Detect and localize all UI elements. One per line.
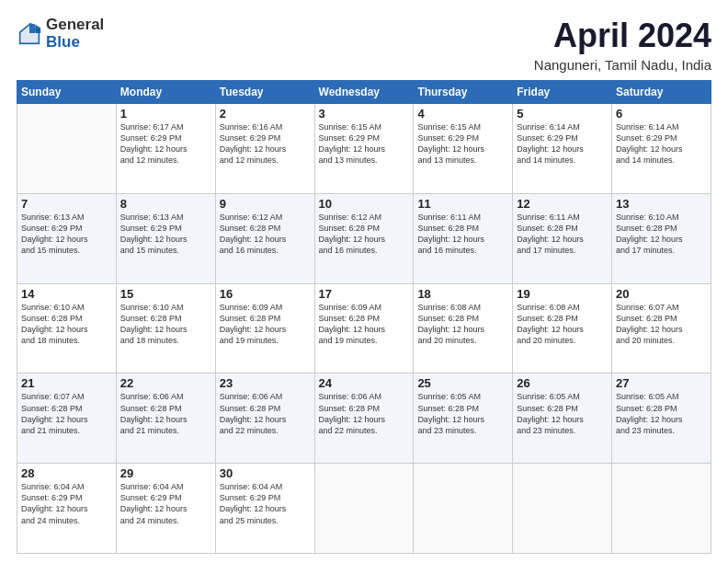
calendar-cell bbox=[17, 104, 117, 194]
day-info: Sunrise: 6:05 AM Sunset: 6:28 PM Dayligh… bbox=[517, 391, 608, 436]
day-number: 11 bbox=[417, 197, 508, 211]
day-info: Sunrise: 6:06 AM Sunset: 6:28 PM Dayligh… bbox=[120, 391, 211, 436]
day-info: Sunrise: 6:12 AM Sunset: 6:28 PM Dayligh… bbox=[319, 212, 410, 257]
day-number: 13 bbox=[616, 197, 707, 211]
day-number: 27 bbox=[616, 376, 707, 390]
day-info: Sunrise: 6:14 AM Sunset: 6:29 PM Dayligh… bbox=[517, 121, 608, 167]
day-info: Sunrise: 6:13 AM Sunset: 6:29 PM Dayligh… bbox=[21, 212, 112, 257]
day-info: Sunrise: 6:04 AM Sunset: 6:29 PM Dayligh… bbox=[21, 481, 112, 526]
day-info: Sunrise: 6:17 AM Sunset: 6:29 PM Dayligh… bbox=[120, 121, 211, 167]
calendar-cell: 18Sunrise: 6:08 AM Sunset: 6:28 PM Dayli… bbox=[414, 283, 513, 373]
header-cell-thursday: Thursday bbox=[414, 81, 513, 104]
day-number: 7 bbox=[21, 197, 112, 211]
day-info: Sunrise: 6:13 AM Sunset: 6:29 PM Dayligh… bbox=[120, 212, 211, 257]
calendar-table: SundayMondayTuesdayWednesdayThursdayFrid… bbox=[17, 80, 711, 554]
day-number: 23 bbox=[220, 376, 311, 390]
day-info: Sunrise: 6:09 AM Sunset: 6:28 PM Dayligh… bbox=[220, 302, 311, 347]
day-info: Sunrise: 6:11 AM Sunset: 6:28 PM Dayligh… bbox=[417, 212, 508, 257]
day-info: Sunrise: 6:15 AM Sunset: 6:29 PM Dayligh… bbox=[417, 121, 508, 167]
logo-icon bbox=[17, 21, 42, 47]
day-info: Sunrise: 6:10 AM Sunset: 6:28 PM Dayligh… bbox=[616, 212, 707, 257]
day-info: Sunrise: 6:15 AM Sunset: 6:29 PM Dayligh… bbox=[319, 121, 410, 167]
calendar-header: SundayMondayTuesdayWednesdayThursdayFrid… bbox=[17, 81, 711, 104]
day-number: 4 bbox=[417, 107, 508, 121]
logo-general-text: General bbox=[46, 17, 104, 34]
calendar-cell: 21Sunrise: 6:07 AM Sunset: 6:28 PM Dayli… bbox=[17, 373, 117, 464]
day-number: 16 bbox=[220, 287, 311, 301]
calendar-cell: 6Sunrise: 6:14 AM Sunset: 6:29 PM Daylig… bbox=[612, 104, 711, 194]
day-number: 15 bbox=[120, 287, 211, 301]
svg-marker-2 bbox=[36, 24, 41, 32]
calendar-cell: 3Sunrise: 6:15 AM Sunset: 6:29 PM Daylig… bbox=[314, 104, 414, 194]
day-number: 20 bbox=[616, 287, 707, 301]
calendar-cell: 30Sunrise: 6:04 AM Sunset: 6:29 PM Dayli… bbox=[215, 464, 314, 554]
calendar-cell: 26Sunrise: 6:05 AM Sunset: 6:28 PM Dayli… bbox=[513, 373, 612, 464]
day-info: Sunrise: 6:10 AM Sunset: 6:28 PM Dayligh… bbox=[120, 302, 211, 347]
calendar-week-5: 28Sunrise: 6:04 AM Sunset: 6:29 PM Dayli… bbox=[17, 464, 711, 554]
day-number: 21 bbox=[21, 376, 112, 390]
calendar-cell: 8Sunrise: 6:13 AM Sunset: 6:29 PM Daylig… bbox=[116, 193, 215, 283]
calendar-cell: 9Sunrise: 6:12 AM Sunset: 6:28 PM Daylig… bbox=[215, 193, 314, 283]
calendar-cell: 10Sunrise: 6:12 AM Sunset: 6:28 PM Dayli… bbox=[314, 193, 414, 283]
calendar-cell: 25Sunrise: 6:05 AM Sunset: 6:28 PM Dayli… bbox=[414, 373, 513, 464]
calendar-week-2: 7Sunrise: 6:13 AM Sunset: 6:29 PM Daylig… bbox=[17, 193, 711, 283]
day-number: 14 bbox=[21, 287, 112, 301]
day-info: Sunrise: 6:14 AM Sunset: 6:29 PM Dayligh… bbox=[616, 121, 707, 167]
calendar-week-1: 1Sunrise: 6:17 AM Sunset: 6:29 PM Daylig… bbox=[17, 104, 711, 194]
day-number: 9 bbox=[220, 197, 311, 211]
calendar-cell: 20Sunrise: 6:07 AM Sunset: 6:28 PM Dayli… bbox=[612, 283, 711, 373]
calendar-cell: 17Sunrise: 6:09 AM Sunset: 6:28 PM Dayli… bbox=[314, 283, 414, 373]
day-info: Sunrise: 6:07 AM Sunset: 6:28 PM Dayligh… bbox=[21, 391, 112, 436]
header-cell-sunday: Sunday bbox=[17, 81, 117, 104]
header-cell-saturday: Saturday bbox=[612, 81, 711, 104]
calendar-cell: 2Sunrise: 6:16 AM Sunset: 6:29 PM Daylig… bbox=[215, 104, 314, 194]
calendar-week-4: 21Sunrise: 6:07 AM Sunset: 6:28 PM Dayli… bbox=[17, 373, 711, 464]
day-number: 22 bbox=[120, 376, 211, 390]
calendar-cell: 16Sunrise: 6:09 AM Sunset: 6:28 PM Dayli… bbox=[215, 283, 314, 373]
header-cell-monday: Monday bbox=[116, 81, 215, 104]
day-info: Sunrise: 6:04 AM Sunset: 6:29 PM Dayligh… bbox=[220, 481, 311, 526]
day-info: Sunrise: 6:05 AM Sunset: 6:28 PM Dayligh… bbox=[417, 391, 508, 436]
day-number: 29 bbox=[120, 466, 211, 480]
page: General Blue April 2024 Nanguneri, Tamil… bbox=[0, 0, 728, 563]
day-info: Sunrise: 6:06 AM Sunset: 6:28 PM Dayligh… bbox=[319, 391, 410, 436]
location: Nanguneri, Tamil Nadu, India bbox=[534, 57, 711, 73]
calendar-cell: 1Sunrise: 6:17 AM Sunset: 6:29 PM Daylig… bbox=[116, 104, 215, 194]
header-cell-friday: Friday bbox=[513, 81, 612, 104]
calendar-cell: 14Sunrise: 6:10 AM Sunset: 6:28 PM Dayli… bbox=[17, 283, 117, 373]
day-info: Sunrise: 6:06 AM Sunset: 6:28 PM Dayligh… bbox=[220, 391, 311, 436]
logo: General Blue bbox=[17, 17, 104, 51]
header-row: SundayMondayTuesdayWednesdayThursdayFrid… bbox=[17, 81, 711, 104]
day-number: 28 bbox=[21, 466, 112, 480]
day-info: Sunrise: 6:07 AM Sunset: 6:28 PM Dayligh… bbox=[616, 302, 707, 347]
calendar-cell bbox=[414, 464, 513, 554]
calendar-cell: 19Sunrise: 6:08 AM Sunset: 6:28 PM Dayli… bbox=[513, 283, 612, 373]
day-info: Sunrise: 6:05 AM Sunset: 6:28 PM Dayligh… bbox=[616, 391, 707, 436]
day-info: Sunrise: 6:09 AM Sunset: 6:28 PM Dayligh… bbox=[319, 302, 410, 347]
svg-marker-3 bbox=[29, 23, 36, 33]
calendar-cell: 4Sunrise: 6:15 AM Sunset: 6:29 PM Daylig… bbox=[414, 104, 513, 194]
day-number: 3 bbox=[319, 107, 410, 121]
day-number: 24 bbox=[319, 376, 410, 390]
calendar-cell: 7Sunrise: 6:13 AM Sunset: 6:29 PM Daylig… bbox=[17, 193, 117, 283]
calendar-cell bbox=[513, 464, 612, 554]
calendar-cell: 29Sunrise: 6:04 AM Sunset: 6:29 PM Dayli… bbox=[116, 464, 215, 554]
calendar-cell: 12Sunrise: 6:11 AM Sunset: 6:28 PM Dayli… bbox=[513, 193, 612, 283]
calendar-body: 1Sunrise: 6:17 AM Sunset: 6:29 PM Daylig… bbox=[17, 104, 711, 554]
day-info: Sunrise: 6:04 AM Sunset: 6:29 PM Dayligh… bbox=[120, 481, 211, 526]
calendar-cell: 15Sunrise: 6:10 AM Sunset: 6:28 PM Dayli… bbox=[116, 283, 215, 373]
calendar-week-3: 14Sunrise: 6:10 AM Sunset: 6:28 PM Dayli… bbox=[17, 283, 711, 373]
day-number: 30 bbox=[220, 466, 311, 480]
day-number: 2 bbox=[220, 107, 311, 121]
calendar-cell: 11Sunrise: 6:11 AM Sunset: 6:28 PM Dayli… bbox=[414, 193, 513, 283]
logo-blue-text: Blue bbox=[46, 34, 104, 52]
header-cell-tuesday: Tuesday bbox=[215, 81, 314, 104]
month-title: April 2024 bbox=[534, 17, 711, 55]
calendar-cell: 5Sunrise: 6:14 AM Sunset: 6:29 PM Daylig… bbox=[513, 104, 612, 194]
calendar-cell: 13Sunrise: 6:10 AM Sunset: 6:28 PM Dayli… bbox=[612, 193, 711, 283]
calendar-cell bbox=[314, 464, 414, 554]
day-info: Sunrise: 6:12 AM Sunset: 6:28 PM Dayligh… bbox=[220, 212, 311, 257]
header-cell-wednesday: Wednesday bbox=[314, 81, 414, 104]
calendar-cell: 28Sunrise: 6:04 AM Sunset: 6:29 PM Dayli… bbox=[17, 464, 117, 554]
day-number: 25 bbox=[417, 376, 508, 390]
